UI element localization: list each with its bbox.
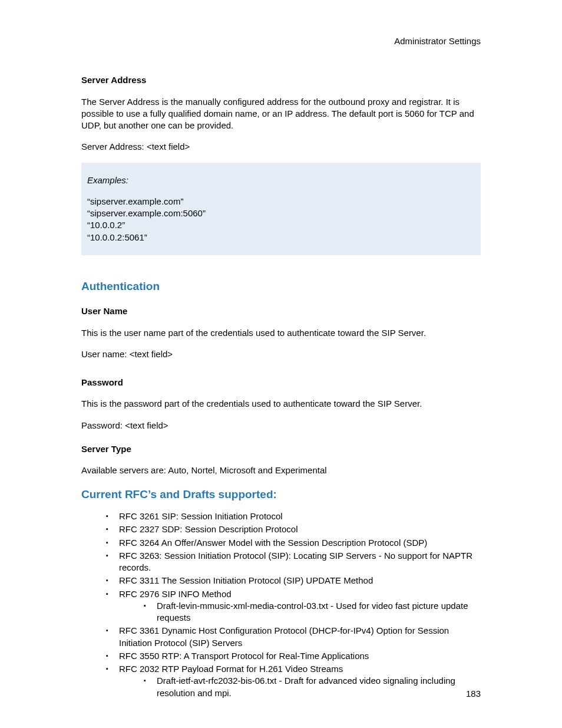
rfc-item: RFC 3550 RTP: A Transport Protocol for R… (106, 650, 481, 662)
rfc-item: RFC 2032 RTP Payload Format for H.261 Vi… (106, 663, 481, 699)
rfc-sublist: Draft-ietf-avt-rfc2032-bis-06.txt - Draf… (119, 675, 481, 699)
examples-box: Examples: “sipserver.example.com” “sipse… (81, 163, 481, 255)
password-title: Password (81, 377, 481, 388)
rfc-item: RFC 3263: Session Initiation Protocol (S… (106, 550, 481, 574)
rfc-list: RFC 3261 SIP: Session Initiation Protoco… (81, 510, 481, 699)
rfc-item: RFC 3361 Dynamic Host Configuration Prot… (106, 625, 481, 649)
username-field: User name: <text field> (81, 348, 481, 360)
server-type-title: Server Type (81, 443, 481, 455)
username-desc: This is the user name part of the creden… (81, 327, 481, 339)
rfc-subitem: Draft-levin-mmusic-xml-media-control-03.… (144, 600, 481, 624)
server-address-desc: The Server Address is the manually confi… (81, 96, 481, 132)
server-address-field: Server Address: <text field> (81, 141, 481, 153)
rfc-item: RFC 3264 An Offer/Answer Model with the … (106, 537, 481, 549)
example-line: “sipserver.example.com” (87, 196, 475, 207)
rfc-heading: Current RFC’s and Drafts supported: (81, 487, 481, 502)
server-address-title: Server Address (81, 74, 481, 86)
example-line: “sipserver.example.com:5060” (87, 207, 475, 219)
rfc-sublist: Draft-levin-mmusic-xml-media-control-03.… (119, 600, 481, 624)
page-number: 183 (466, 688, 481, 700)
rfc-subitem: Draft-ietf-avt-rfc2032-bis-06.txt - Draf… (144, 675, 481, 699)
example-line: “10.0.0.2:5061” (87, 232, 475, 243)
rfc-item: RFC 3311 The Session Initiation Protocol… (106, 575, 481, 587)
examples-title: Examples: (87, 174, 475, 186)
example-line: “10.0.0.2” (87, 219, 475, 231)
rfc-item: RFC 3261 SIP: Session Initiation Protoco… (106, 510, 481, 522)
password-field: Password: <text field> (81, 420, 481, 431)
rfc-item: RFC 2327 SDP: Session Description Protoc… (106, 523, 481, 535)
rfc-item-text: RFC 2032 RTP Payload Format for H.261 Vi… (119, 664, 343, 674)
server-type-desc: Available servers are: Auto, Nortel, Mic… (81, 465, 481, 476)
rfc-item-text: RFC 2976 SIP INFO Method (119, 589, 232, 599)
rfc-item: RFC 2976 SIP INFO Method Draft-levin-mmu… (106, 588, 481, 624)
username-title: User Name (81, 305, 481, 317)
authentication-heading: Authentication (81, 279, 481, 294)
password-desc: This is the password part of the credent… (81, 398, 481, 410)
page-header-right: Administrator Settings (81, 35, 481, 47)
